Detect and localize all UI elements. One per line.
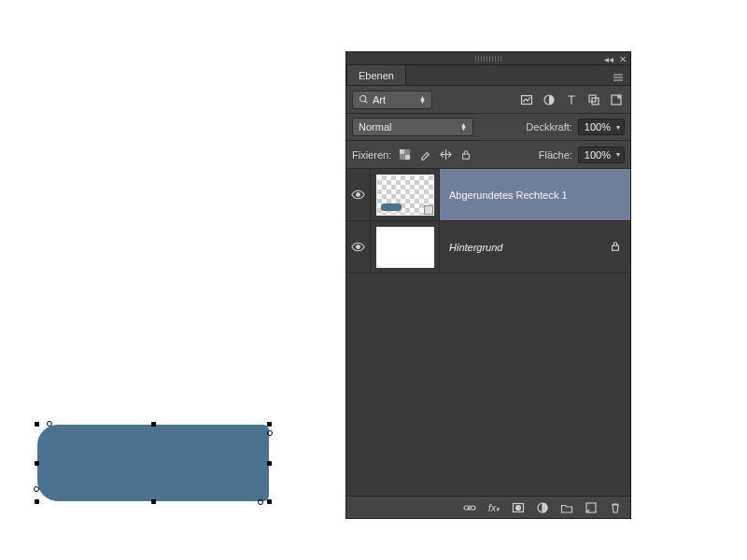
- opacity-label: Deckkraft:: [526, 121, 572, 133]
- lock-pixels-icon[interactable]: [417, 147, 432, 162]
- collapse-icon[interactable]: ◂◂: [604, 54, 613, 64]
- adjustment-layer-icon[interactable]: [535, 500, 550, 515]
- canvas-rounded-rectangle[interactable]: [37, 425, 269, 501]
- filter-shape-icon[interactable]: [585, 91, 602, 108]
- layer-thumbnail[interactable]: [376, 175, 434, 216]
- svg-point-0: [360, 96, 366, 102]
- panel-footer: fx▾: [346, 496, 630, 518]
- layer-style-icon[interactable]: fx▾: [486, 500, 501, 515]
- corner-radius-handle-bl[interactable]: [34, 486, 39, 492]
- handle-bc[interactable]: [151, 499, 156, 504]
- lock-all-icon[interactable]: [458, 147, 473, 162]
- filter-kind-label: Art: [373, 94, 386, 105]
- handle-tl[interactable]: [35, 422, 39, 427]
- panel-titlebar[interactable]: ◂◂ ✕: [346, 52, 630, 65]
- handle-bl[interactable]: [35, 499, 39, 504]
- lock-icon[interactable]: [610, 241, 621, 254]
- svg-rect-8: [404, 149, 410, 155]
- layer-thumbnail[interactable]: [376, 227, 434, 268]
- new-group-icon[interactable]: [559, 500, 574, 515]
- chevron-down-icon: ▾: [616, 123, 620, 132]
- lock-transparency-icon[interactable]: [397, 147, 412, 162]
- panel-tabs: Ebenen: [346, 65, 630, 86]
- filter-pixel-icon[interactable]: [518, 91, 535, 108]
- new-layer-icon[interactable]: [584, 500, 599, 515]
- fill-value: 100%: [585, 149, 611, 161]
- layer-mask-icon[interactable]: [511, 500, 526, 515]
- chevron-down-icon: ▾: [616, 150, 620, 159]
- blend-mode-value: Normal: [359, 121, 391, 133]
- opacity-value: 100%: [585, 121, 611, 133]
- blend-row: Normal ▲▼ Deckkraft: 100% ▾: [346, 114, 630, 141]
- svg-point-12: [357, 245, 360, 249]
- handle-ml[interactable]: [35, 461, 39, 466]
- layers-list: Abgerundetes Rechteck 1 Hintergrund: [346, 169, 630, 496]
- handle-br[interactable]: [267, 499, 272, 504]
- svg-rect-7: [404, 155, 410, 161]
- blend-mode-select[interactable]: Normal ▲▼: [352, 118, 473, 136]
- lock-label: Fixieren:: [352, 149, 391, 161]
- lock-position-icon[interactable]: [438, 147, 453, 162]
- shape-badge-icon: [424, 205, 433, 215]
- filter-adjustment-icon[interactable]: [541, 91, 557, 108]
- handle-mr[interactable]: [267, 461, 272, 466]
- corner-radius-handle-tl[interactable]: [47, 421, 52, 427]
- layers-panel: ◂◂ ✕ Ebenen Art ▲▼ Normal ▲▼ Deckkraft:: [345, 51, 631, 519]
- layer-row[interactable]: Abgerundetes Rechteck 1: [346, 169, 630, 221]
- panel-grip-icon: [475, 56, 501, 62]
- filter-smartobject-icon[interactable]: [608, 91, 625, 108]
- panel-menu-icon[interactable]: [610, 69, 627, 86]
- svg-rect-10: [463, 154, 470, 159]
- chevron-updown-icon: ▲▼: [460, 123, 467, 131]
- close-icon[interactable]: ✕: [619, 54, 627, 64]
- svg-rect-13: [613, 245, 619, 250]
- layer-name[interactable]: Abgerundetes Rechteck 1: [449, 189, 568, 201]
- filter-kind-select[interactable]: Art ▲▼: [352, 91, 432, 109]
- tab-layers[interactable]: Ebenen: [346, 64, 406, 85]
- visibility-toggle[interactable]: [346, 169, 371, 220]
- layer-row[interactable]: Hintergrund: [346, 221, 630, 273]
- filter-row: Art ▲▼: [346, 86, 630, 114]
- svg-point-11: [357, 193, 360, 197]
- lock-row: Fixieren: Fläche: 100% ▾: [346, 141, 630, 169]
- handle-tr[interactable]: [267, 422, 272, 427]
- delete-layer-icon[interactable]: [608, 500, 623, 515]
- layer-name[interactable]: Hintergrund: [449, 242, 502, 253]
- link-layers-icon[interactable]: [462, 500, 477, 515]
- filter-type-icon[interactable]: [563, 91, 580, 108]
- handle-tc[interactable]: [151, 422, 156, 427]
- chevron-updown-icon: ▲▼: [419, 96, 426, 104]
- fill-label: Fläche:: [539, 149, 572, 161]
- opacity-input[interactable]: 100% ▾: [578, 119, 625, 135]
- visibility-toggle[interactable]: [346, 221, 371, 273]
- svg-rect-9: [400, 155, 405, 161]
- svg-point-17: [516, 505, 521, 510]
- fill-input[interactable]: 100% ▾: [578, 147, 625, 163]
- corner-radius-handle-tr[interactable]: [267, 430, 273, 436]
- svg-rect-6: [400, 149, 405, 155]
- corner-radius-handle-br[interactable]: [258, 499, 263, 505]
